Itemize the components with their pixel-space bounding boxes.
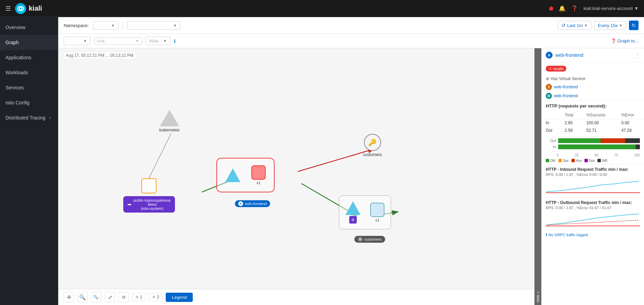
customers-top-label: customers (363, 152, 382, 157)
in-bar-track (558, 144, 640, 149)
legend-button[interactable]: Legend (166, 293, 193, 302)
refresh-button[interactable]: ↻ (629, 21, 639, 30)
nr-dot (597, 159, 601, 162)
web-frontend-group: v1 (216, 158, 275, 192)
kubernetes-triangle-icon (160, 110, 179, 126)
user-account[interactable]: kiali:kiali-service-account ▼ (583, 6, 639, 11)
notification-bell-icon[interactable]: 🔔 (559, 5, 566, 12)
customers-badge-label: customers (364, 237, 382, 241)
status-indicator (549, 7, 553, 11)
http-col-direction (542, 111, 560, 119)
workload-badge: W (546, 93, 552, 99)
display-button[interactable]: Display ▼ (64, 37, 91, 45)
sidebar-item-distributed-tracing[interactable]: Distributed Tracing ↗ (0, 110, 58, 125)
node-count-1-label: ⚛ 1 (135, 295, 142, 300)
health-badge[interactable]: ⚠ health (546, 66, 566, 72)
inbound-mini-chart (546, 179, 640, 192)
bottom-toolbar: ✛ 🔍 🔍- ⤢ ⟳ ⚛ 1 ⚛ 2 Legend (58, 289, 534, 305)
sidebar-item-graph[interactable]: Graph (0, 35, 58, 50)
inbound-divider (546, 192, 640, 193)
reset-graph-button[interactable]: ⟳ (118, 292, 129, 302)
help-icon[interactable]: ❓ (571, 5, 578, 12)
sidebar-item-overview[interactable]: Overview (0, 20, 58, 35)
kubernetes-node[interactable]: kubernetes (159, 110, 179, 132)
service-sub-label[interactable]: web-frontend (554, 85, 578, 89)
logo-icon (15, 3, 26, 14)
namespace-select[interactable]: default ▼ (93, 21, 118, 30)
workload-sub-label[interactable]: web-frontend (554, 93, 578, 98)
table-row: In 2.85 100.00 0.00 (542, 119, 644, 127)
sidebar-item-istio-config[interactable]: Istio Config (0, 95, 58, 110)
sidebar-item-applications[interactable]: Applications (0, 50, 58, 65)
health-section: ⚠ health (542, 62, 644, 75)
fit-graph-button[interactable]: ⤢ (105, 292, 115, 302)
web-frontend-badge-label: web-frontend (245, 202, 267, 206)
3xx-dot (558, 159, 562, 162)
web-frontend-triangle-icon (225, 168, 240, 182)
app-badge-a-icon: A (238, 201, 243, 206)
panel-node-name[interactable]: web-frontend (555, 52, 633, 58)
customers-triangle-node[interactable]: ⚙ (345, 201, 361, 224)
zoom-out-button[interactable]: 🔍- (91, 292, 101, 302)
ok-dot (546, 159, 549, 162)
center-graph-button[interactable]: ✛ (64, 292, 74, 302)
time-range-chevron-icon: ▼ (584, 24, 588, 27)
web-frontend-app-badge: A web-frontend (235, 200, 270, 207)
customers-top-node[interactable]: 🔑 customers (363, 134, 382, 157)
web-frontend-triangle-node[interactable] (225, 168, 240, 182)
http-col-total: Total (560, 111, 582, 119)
http-out-success: 52.71 (582, 127, 617, 134)
sidebar-item-label: Graph (5, 40, 19, 45)
inbound-title: HTTP - Inbound Request Traffic min / max… (546, 167, 640, 172)
hide-panel-tab[interactable]: Hide » (534, 48, 541, 305)
table-row: Out 2.58 52.71 47.29 (542, 127, 644, 134)
chart-legend: OK 3xx 4xx 5xx (542, 157, 644, 164)
hide-chevron-icon: ▼ (163, 39, 167, 43)
display-chevron-icon: ▼ (84, 39, 87, 43)
sidebar-item-label: Distributed Tracing (5, 115, 46, 120)
outbound-title: HTTP - Outbound Request Traffic min / ma… (546, 200, 640, 205)
sidebar-item-workloads[interactable]: Workloads (0, 65, 58, 80)
find-chevron-icon: ▼ (136, 39, 139, 43)
in-label: In (546, 145, 556, 149)
zoom-in-button[interactable]: 🔍 (77, 292, 88, 302)
time-range-button[interactable]: ↺ Last 1m ▼ (558, 21, 591, 30)
graph-tour-button[interactable]: ❓ Graph to... (611, 38, 639, 43)
ingress-node[interactable]: ✳ ➡ public-ingressgatewaylatest(istio-sy… (123, 178, 175, 213)
help-circle-icon: ❓ (611, 38, 616, 43)
graph-type-chevron-icon: ▼ (173, 24, 177, 27)
chart-in-bar: In (546, 144, 640, 149)
node-count-2-button[interactable]: ⚛ 2 (149, 293, 162, 301)
http-in-total: 2.85 (560, 119, 582, 127)
graph-type-select[interactable]: Versioned app graph ▼ (127, 21, 180, 30)
hamburger-menu[interactable]: ☰ (5, 5, 11, 12)
out-bar-track (558, 138, 640, 143)
customers-top-icon: 🔑 (364, 134, 381, 151)
info-icon[interactable]: ℹ (174, 38, 176, 44)
graph-connections-svg (58, 48, 534, 305)
http-col-error: %Error (617, 111, 644, 119)
in-nr-segment (636, 144, 640, 149)
refresh-rate-button[interactable]: Every 15s ▼ (594, 21, 626, 30)
hide-select[interactable]: Hide... ▼ (146, 37, 171, 45)
customers-app-badge: A customers (354, 236, 385, 243)
node-count-1-button[interactable]: ⚛ 1 (132, 293, 146, 301)
graph-canvas[interactable]: Aug 17, 05:12:21 PM ... 05:13:21 PM (58, 48, 534, 305)
customers-v1-node[interactable]: v1 (370, 203, 384, 222)
content-area: Namespace: default ▼ Versioned app graph… (58, 17, 644, 305)
http-in-error: 0.00 (617, 119, 644, 127)
time-controls: ↺ Last 1m ▼ Every 15s ▼ ↻ (558, 21, 639, 30)
panel-menu-icon[interactable]: ⋮ (635, 53, 640, 58)
customers-v1-icon (370, 203, 384, 217)
4xx-dot (571, 159, 575, 162)
info-circle-icon: ℹ (546, 232, 547, 237)
out-nr-segment (625, 138, 640, 143)
http-in-direction: In (542, 119, 560, 127)
http-section-title: HTTP (requests per second): (542, 100, 644, 111)
outbound-divider (546, 226, 640, 226)
error-icon: ⚠ (548, 66, 552, 71)
find-input[interactable]: Find... ▼ (94, 37, 142, 45)
panel-header: A web-frontend ⋮ (542, 48, 644, 62)
v1-square-node[interactable]: v1 (251, 165, 266, 185)
sidebar-item-services[interactable]: Services (0, 80, 58, 95)
